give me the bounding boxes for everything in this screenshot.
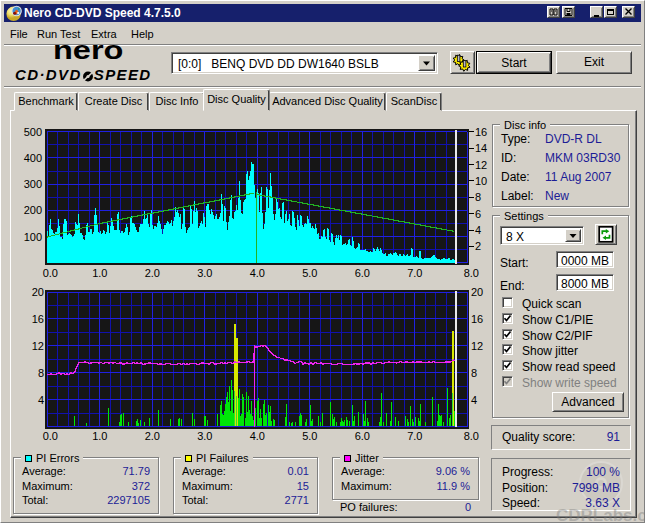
- svg-text:0.0: 0.0: [43, 430, 58, 442]
- svg-text:8: 8: [475, 191, 481, 203]
- svg-text:7.0: 7.0: [407, 267, 422, 279]
- svg-text:6: 6: [475, 208, 481, 220]
- svg-text:12: 12: [475, 159, 487, 171]
- svg-text:12: 12: [471, 340, 483, 352]
- svg-text:1.0: 1.0: [92, 267, 107, 279]
- svg-text:8: 8: [38, 367, 44, 379]
- svg-text:6.0: 6.0: [355, 267, 370, 279]
- svg-text:2: 2: [475, 240, 481, 252]
- svg-text:16: 16: [471, 313, 483, 325]
- svg-text:14: 14: [475, 142, 487, 154]
- svg-text:8: 8: [471, 367, 477, 379]
- svg-text:6.0: 6.0: [355, 430, 370, 442]
- svg-text:400: 400: [24, 152, 42, 164]
- svg-text:2.0: 2.0: [145, 430, 160, 442]
- svg-text:3.0: 3.0: [197, 430, 212, 442]
- svg-text:3.0: 3.0: [197, 267, 212, 279]
- svg-text:5.0: 5.0: [302, 267, 317, 279]
- svg-text:10: 10: [475, 175, 487, 187]
- svg-text:16: 16: [32, 313, 44, 325]
- svg-text:8.0: 8.0: [464, 430, 479, 442]
- svg-text:4: 4: [471, 394, 477, 406]
- svg-text:300: 300: [24, 178, 42, 190]
- svg-text:20: 20: [32, 286, 44, 298]
- svg-text:200: 200: [24, 204, 42, 216]
- svg-text:16: 16: [475, 126, 487, 138]
- svg-text:100: 100: [24, 231, 42, 243]
- svg-text:5.0: 5.0: [302, 430, 317, 442]
- svg-text:4.0: 4.0: [250, 267, 265, 279]
- svg-text:0.0: 0.0: [43, 267, 58, 279]
- svg-text:4.0: 4.0: [250, 430, 265, 442]
- svg-text:1.0: 1.0: [92, 430, 107, 442]
- svg-text:7.0: 7.0: [407, 430, 422, 442]
- svg-text:8.0: 8.0: [464, 267, 479, 279]
- svg-text:4: 4: [38, 394, 44, 406]
- svg-text:2.0: 2.0: [145, 267, 160, 279]
- svg-text:500: 500: [24, 126, 42, 138]
- svg-text:12: 12: [32, 340, 44, 352]
- svg-text:4: 4: [475, 224, 481, 236]
- svg-text:20: 20: [471, 286, 483, 298]
